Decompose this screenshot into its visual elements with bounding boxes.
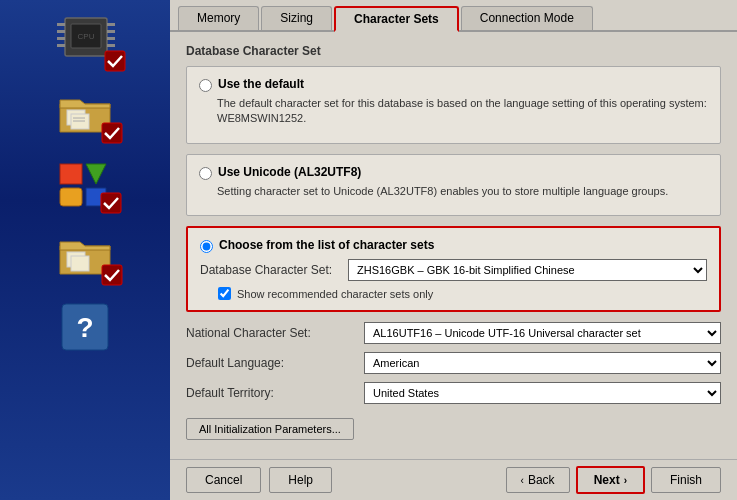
svg-rect-6: [107, 30, 115, 33]
svg-text:?: ?: [76, 312, 93, 343]
main-container: CPU: [0, 0, 737, 500]
cancel-button[interactable]: Cancel: [186, 467, 261, 493]
svg-text:CPU: CPU: [77, 32, 94, 41]
back-label: Back: [528, 473, 555, 487]
next-label: Next: [594, 473, 620, 487]
sidebar-item-folder: [55, 88, 115, 140]
svg-rect-2: [57, 30, 65, 33]
recommended-label: Show recommended character sets only: [237, 288, 433, 300]
svg-rect-19: [60, 188, 82, 206]
sidebar-item-shapes: [56, 160, 114, 210]
svg-rect-23: [71, 256, 89, 271]
option2-desc: Setting character set to Unicode (AL32UT…: [217, 184, 708, 199]
choose-row: Database Character Set: ZHS16GBK – GBK 1…: [200, 259, 707, 281]
tab-sizing[interactable]: Sizing: [261, 6, 332, 30]
svg-rect-17: [60, 164, 82, 184]
option-group-unicode: Use Unicode (AL32UTF8) Setting character…: [186, 154, 721, 216]
svg-rect-8: [107, 44, 115, 47]
radio-unicode-label: Use Unicode (AL32UTF8): [218, 165, 361, 179]
radio-choose-label: Choose from the list of character sets: [219, 238, 434, 252]
radio-row-choose: Choose from the list of character sets: [200, 238, 707, 253]
svg-rect-7: [107, 37, 115, 40]
radio-row-default: Use the default: [199, 77, 708, 92]
tab-bar: Memory Sizing Character Sets Connection …: [170, 0, 737, 32]
back-button[interactable]: ‹ Back: [506, 467, 570, 493]
checkmark-folder: [101, 122, 123, 144]
sidebar-item-folder2: [55, 230, 115, 282]
tab-character-sets[interactable]: Character Sets: [334, 6, 459, 32]
section-title: Database Character Set: [186, 44, 721, 58]
radio-choose[interactable]: [200, 240, 213, 253]
radio-default[interactable]: [199, 79, 212, 92]
svg-rect-1: [57, 23, 65, 26]
field-row-default-territory: Default Territory: United States: [186, 382, 721, 404]
bottom-right: ‹ Back Next › Finish: [506, 466, 721, 494]
recommended-checkbox[interactable]: [218, 287, 231, 300]
checkmark-folder2: [101, 264, 123, 286]
svg-rect-4: [57, 44, 65, 47]
option-group-choose: Choose from the list of character sets D…: [186, 226, 721, 312]
back-arrow-icon: ‹: [521, 475, 524, 486]
sidebar-item-question: ?: [60, 302, 110, 352]
init-params-button[interactable]: All Initialization Parameters...: [186, 418, 354, 440]
next-arrow-icon: ›: [624, 475, 627, 486]
choose-field-label: Database Character Set:: [200, 263, 340, 277]
tab-connection-mode[interactable]: Connection Mode: [461, 6, 593, 30]
tab-memory[interactable]: Memory: [178, 6, 259, 30]
default-territory-select[interactable]: United States: [364, 382, 721, 404]
field-row-default-language: Default Language: American: [186, 352, 721, 374]
default-language-select[interactable]: American: [364, 352, 721, 374]
svg-rect-3: [57, 37, 65, 40]
charset-select[interactable]: ZHS16GBK – GBK 16-bit Simplified Chinese: [348, 259, 707, 281]
radio-unicode[interactable]: [199, 167, 212, 180]
question-icon: ?: [60, 302, 110, 352]
field-row-national-charset: National Character Set: AL16UTF16 – Unic…: [186, 322, 721, 344]
radio-default-label: Use the default: [218, 77, 304, 91]
default-language-label: Default Language:: [186, 356, 356, 370]
checkmark-chip: [104, 50, 126, 72]
sidebar: CPU: [0, 0, 170, 500]
help-button[interactable]: Help: [269, 467, 332, 493]
bottom-bar: Cancel Help ‹ Back Next › Finish: [170, 459, 737, 500]
bottom-left: Cancel Help: [186, 467, 332, 493]
panel: Database Character Set Use the default T…: [170, 32, 737, 459]
sidebar-item-chip: CPU: [53, 10, 118, 68]
finish-button[interactable]: Finish: [651, 467, 721, 493]
content-area: Memory Sizing Character Sets Connection …: [170, 0, 737, 500]
option-group-default: Use the default The default character se…: [186, 66, 721, 144]
option1-desc: The default character set for this datab…: [217, 96, 708, 127]
svg-marker-18: [86, 164, 106, 184]
radio-row-unicode: Use Unicode (AL32UTF8): [199, 165, 708, 180]
next-button[interactable]: Next ›: [576, 466, 645, 494]
default-territory-label: Default Territory:: [186, 386, 356, 400]
national-charset-select[interactable]: AL16UTF16 – Unicode UTF-16 Universal cha…: [364, 322, 721, 344]
svg-rect-5: [107, 23, 115, 26]
national-charset-label: National Character Set:: [186, 326, 356, 340]
checkmark-shapes: [100, 192, 122, 214]
checkbox-row: Show recommended character sets only: [218, 287, 707, 300]
